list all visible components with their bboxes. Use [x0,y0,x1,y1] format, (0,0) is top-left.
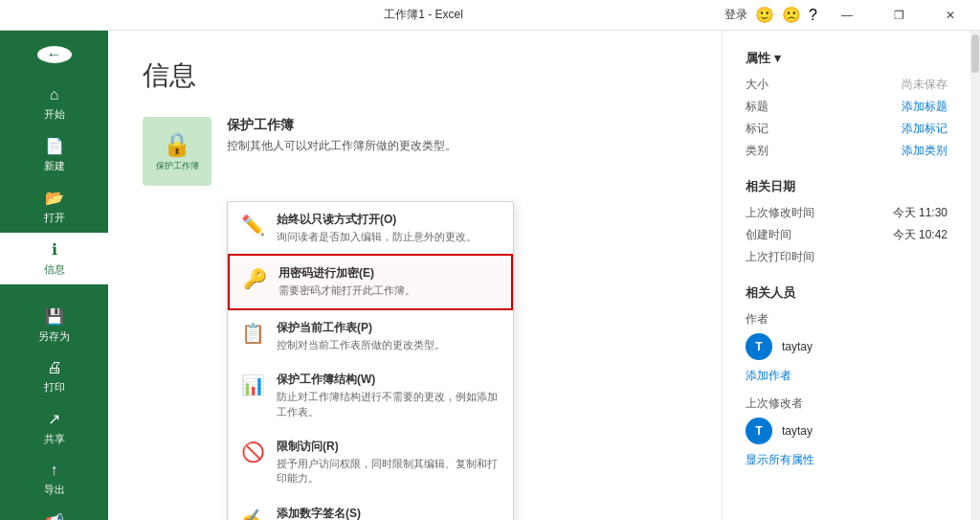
minimize-button[interactable]: — [825,0,869,31]
menu-title-signature: 添加数字签名(S) [277,506,500,520]
saveas-icon: 💾 [45,307,64,326]
sidebar-item-info[interactable]: ℹ 信息 [0,233,108,284]
show-all-props[interactable]: 显示所有属性 [746,452,947,468]
sidebar-item-new[interactable]: 📄 新建 [0,129,108,181]
signin-button[interactable]: 登录 [724,7,747,23]
menu-desc-readonly: 询问读者是否加入编辑，防止意外的更改。 [277,230,477,244]
export-icon: ↑ [51,462,58,479]
emoji-happy[interactable]: 🙂 [755,6,774,24]
props-section-attributes: 属性 ▾ 大小 尚未保存 标题 添加标题 标记 添加标记 类别 添加类别 [746,50,947,159]
info-icon: ℹ [52,240,57,259]
new-icon: 📄 [45,137,64,155]
menu-title-encrypt: 用密码进行加密(E) [278,265,415,282]
menu-title-protect-sheet: 保护当前工作表(P) [277,320,445,336]
menu-item-protect-sheet[interactable]: 📋 保护当前工作表(P) 控制对当前工作表所做的更改类型。 [228,310,513,362]
scrollbar-thumb[interactable] [971,34,979,73]
sidebar-item-saveas[interactable]: 💾 另存为 [0,300,108,351]
sidebar: ← ⌂ 开始 📄 新建 📂 打开 ℹ 信息 💾 另存为 🖨 打印 ↗ 共享 [0,31,108,520]
author-label: 作者 [746,311,947,328]
sidebar-label-export: 导出 [44,483,65,497]
menu-item-signature[interactable]: ✍️ 添加数字签名(S) 通过添加不可见的数字签名来确保工作簿的完整性。 [228,496,513,520]
sidebar-label-saveas: 另存为 [38,329,70,344]
protect-lock-icon: 🔒 [163,131,191,158]
props-label-category: 类别 [746,143,768,159]
info-panel: 信息 🔒 保护工作簿 保护工作簿 控制其他人可以对此工作簿所做的更改类型。 ✏️… [108,31,722,520]
sidebar-item-home[interactable]: ⌂ 开始 [0,79,108,129]
props-section-people: 相关人员 作者 T taytay 添加作者 上次修改者 T taytay 显示所… [746,284,947,468]
protect-title: 保护工作簿 [227,117,457,134]
author-row: T taytay [746,333,947,360]
last-modifier-avatar: T [746,418,772,444]
menu-text-restrict: 限制访问(R) 授予用户访问权限，同时限制其编辑、复制和打印能力。 [277,439,500,486]
props-label-title: 标题 [746,99,768,115]
sidebar-item-publish[interactable]: 📢 发布 [0,505,108,520]
last-modifier-label: 上次修改者 [746,396,947,412]
props-dates-title: 相关日期 [746,178,947,195]
menu-desc-protect-structure: 防止对工作簿结构进行不需要的更改，例如添加工作表。 [277,390,500,419]
props-section-dates: 相关日期 上次修改时间 今天 11:30 创建时间 今天 10:42 上次打印时… [746,178,947,265]
emoji-sad[interactable]: 🙁 [782,6,801,24]
props-value-lastmodified: 今天 11:30 [893,205,947,221]
protect-icon-box[interactable]: 🔒 保护工作簿 [143,117,212,186]
sidebar-item-share[interactable]: ↗ 共享 [0,402,108,454]
props-row-category: 类别 添加类别 [746,143,947,159]
menu-desc-protect-sheet: 控制对当前工作表所做的更改类型。 [277,338,445,352]
props-value-category[interactable]: 添加类别 [902,143,947,159]
sidebar-label-print: 打印 [44,380,65,395]
share-icon: ↗ [48,410,60,428]
sidebar-label-open: 打开 [44,211,65,225]
menu-title-readonly: 始终以只读方式打开(O) [277,212,477,228]
sidebar-item-print[interactable]: 🖨 打印 [0,351,108,402]
signature-icon: ✍️ [241,508,265,520]
sidebar-item-export[interactable]: ↑ 导出 [0,454,108,505]
main-layout: ← ⌂ 开始 📄 新建 📂 打开 ℹ 信息 💾 另存为 🖨 打印 ↗ 共享 [0,31,980,520]
sidebar-label-share: 共享 [44,432,65,446]
props-value-created: 今天 10:42 [893,227,947,243]
menu-desc-restrict: 授予用户访问权限，同时限制其编辑、复制和打印能力。 [277,457,500,486]
menu-text-readonly: 始终以只读方式打开(O) 询问读者是否加入编辑，防止意外的更改。 [277,212,477,244]
props-row-size: 大小 尚未保存 [746,77,947,93]
publish-icon: 📢 [45,512,64,520]
back-button[interactable]: ← [37,46,72,63]
menu-text-encrypt: 用密码进行加密(E) 需要密码才能打开此工作簿。 [278,265,415,298]
protect-sheet-icon: 📋 [241,322,265,345]
add-author-link[interactable]: 添加作者 [746,368,947,384]
menu-title-restrict: 限制访问(R) [277,439,500,455]
props-title[interactable]: 属性 ▾ [746,50,947,67]
page-title: 信息 [143,57,687,94]
menu-item-encrypt[interactable]: 🔑 用密码进行加密(E) 需要密码才能打开此工作簿。 [228,254,513,309]
readonly-icon: ✏️ [241,214,265,237]
maximize-button[interactable]: ❐ [877,0,921,31]
menu-item-protect-structure[interactable]: 📊 保护工作簿结构(W) 防止对工作簿结构进行不需要的更改，例如添加工作表。 [228,362,513,429]
props-label-lastmodified: 上次修改时间 [746,205,814,221]
props-row-lastmodified: 上次修改时间 今天 11:30 [746,205,947,221]
protect-structure-icon: 📊 [241,373,265,396]
props-label-created: 创建时间 [746,227,791,243]
sidebar-label-new: 新建 [44,159,65,173]
home-icon: ⌂ [50,86,59,103]
props-label-lastprinted: 上次打印时间 [746,249,814,265]
props-row-created: 创建时间 今天 10:42 [746,227,947,243]
protect-dropdown-menu: ✏️ 始终以只读方式打开(O) 询问读者是否加入编辑，防止意外的更改。 🔑 用密… [227,201,514,520]
props-value-title[interactable]: 添加标题 [902,99,947,115]
close-button[interactable]: ✕ [928,0,972,31]
menu-title-protect-structure: 保护工作簿结构(W) [277,372,500,388]
properties-panel: 属性 ▾ 大小 尚未保存 标题 添加标题 标记 添加标记 类别 添加类别 相关日… [722,31,970,520]
titlebar-right: 登录 🙂 🙁 ? — ❐ ✕ [724,0,972,31]
author-avatar: T [746,333,772,360]
props-row-title: 标题 添加标题 [746,99,947,115]
titlebar-title: 工作簿1 - Excel [122,7,724,23]
protect-icon-label: 保护工作簿 [156,160,199,172]
author-name: taytay [782,340,813,353]
menu-item-readonly[interactable]: ✏️ 始终以只读方式打开(O) 询问读者是否加入编辑，防止意外的更改。 [228,202,513,254]
props-value-tag[interactable]: 添加标记 [902,121,947,137]
menu-item-restrict[interactable]: 🚫 限制访问(R) 授予用户访问权限，同时限制其编辑、复制和打印能力。 [228,429,513,496]
props-row-lastprinted: 上次打印时间 [746,249,947,265]
scrollbar[interactable] [970,31,980,520]
titlebar: 工作簿1 - Excel 登录 🙂 🙁 ? — ❐ ✕ [0,0,980,31]
help-button[interactable]: ? [809,7,817,24]
sidebar-label-info: 信息 [44,262,65,277]
protect-description: 控制其他人可以对此工作簿所做的更改类型。 [227,138,457,154]
sidebar-item-open[interactable]: 📂 打开 [0,181,108,233]
print-icon: 🖨 [47,359,62,376]
